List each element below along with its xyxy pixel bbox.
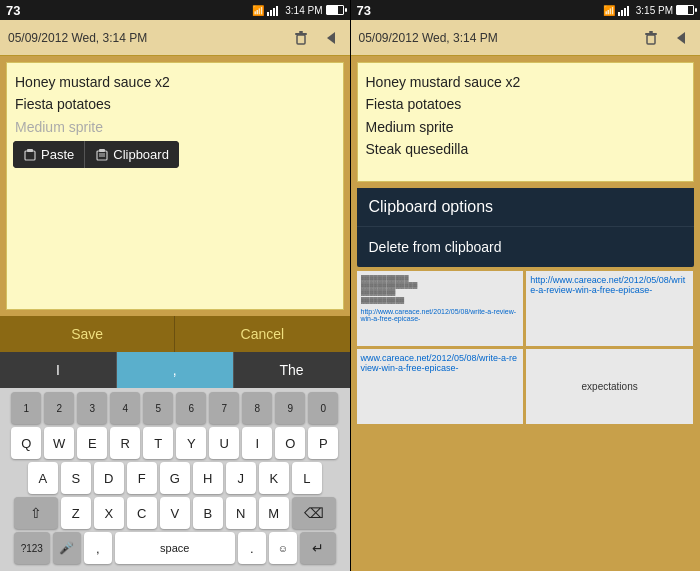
key-h[interactable]: H xyxy=(193,462,223,494)
right-back-icon[interactable] xyxy=(670,27,692,49)
key-s[interactable]: S xyxy=(61,462,91,494)
key-u[interactable]: U xyxy=(209,427,239,459)
key-a[interactable]: A xyxy=(28,462,58,494)
right-trash-icon[interactable] xyxy=(640,27,662,49)
backspace-key[interactable]: ⌫ xyxy=(292,497,336,529)
trash-icon[interactable] xyxy=(290,27,312,49)
emoji-key[interactable]: ☺ xyxy=(269,532,297,564)
clip-thumb-3[interactable]: www.careace.net/2012/05/08/write-a-revie… xyxy=(357,349,524,424)
key-o[interactable]: O xyxy=(275,427,305,459)
key-n[interactable]: N xyxy=(226,497,256,529)
clipboard-button[interactable]: Clipboard xyxy=(85,141,179,168)
key-2[interactable]: 2 xyxy=(44,392,74,424)
save-cancel-bar: Save Cancel xyxy=(0,316,350,352)
number-row: 1 2 3 4 5 6 7 8 9 0 xyxy=(2,392,348,424)
suggestion-bar: I , The xyxy=(0,352,350,388)
key-0[interactable]: 0 xyxy=(308,392,338,424)
right-battery-icon xyxy=(676,5,694,15)
signal-bars xyxy=(267,4,278,16)
key-e[interactable]: E xyxy=(77,427,107,459)
battery-icon xyxy=(326,5,344,15)
key-7[interactable]: 7 xyxy=(209,392,239,424)
key-f[interactable]: F xyxy=(127,462,157,494)
paste-label: Paste xyxy=(41,147,74,162)
key-m[interactable]: M xyxy=(259,497,289,529)
key-6[interactable]: 6 xyxy=(176,392,206,424)
key-8[interactable]: 8 xyxy=(242,392,272,424)
key-r[interactable]: R xyxy=(110,427,140,459)
svg-rect-4 xyxy=(25,151,35,160)
key-j[interactable]: J xyxy=(226,462,256,494)
left-header-icons xyxy=(290,27,342,49)
mic-key[interactable]: 🎤 xyxy=(53,532,81,564)
cancel-button[interactable]: Cancel xyxy=(175,316,349,352)
key-5[interactable]: 5 xyxy=(143,392,173,424)
save-button[interactable]: Save xyxy=(0,316,175,352)
comma-key[interactable]: , xyxy=(84,532,112,564)
paste-button[interactable]: Paste xyxy=(13,141,85,168)
key-9[interactable]: 9 xyxy=(275,392,305,424)
key-d[interactable]: D xyxy=(94,462,124,494)
shift-key[interactable]: ⇧ xyxy=(14,497,58,529)
key-g[interactable]: G xyxy=(160,462,190,494)
qwerty-row: Q W E R T Y U I O P xyxy=(2,427,348,459)
svg-marker-13 xyxy=(677,32,685,44)
clip-thumb-2[interactable]: http://www.careace.net/2012/05/08/write-… xyxy=(526,271,693,346)
key-1[interactable]: 1 xyxy=(11,392,41,424)
clip-thumb-1-text: ▓▓▓▓▓▓▓▓▓▓▓ ▓▓▓▓▓▓▓▓▓▓▓▓▓ ▓▓▓▓▓▓▓▓ ▓▓▓▓▓… xyxy=(361,275,520,304)
right-note-line-3: Medium sprite xyxy=(366,116,686,138)
period-key[interactable]: . xyxy=(238,532,266,564)
clipboard-thumbnails-grid: ▓▓▓▓▓▓▓▓▓▓▓ ▓▓▓▓▓▓▓▓▓▓▓▓▓ ▓▓▓▓▓▓▓▓ ▓▓▓▓▓… xyxy=(351,267,701,428)
left-header-date: 05/09/2012 Wed, 3:14 PM xyxy=(8,31,147,45)
back-icon[interactable] xyxy=(320,27,342,49)
clip-thumb-3-text: www.careace.net/2012/05/08/write-a-revie… xyxy=(361,353,520,373)
key-q[interactable]: Q xyxy=(11,427,41,459)
clipboard-options-panel: Clipboard options Delete from clipboard xyxy=(357,188,695,267)
right-time: 3:15 PM xyxy=(636,5,673,16)
svg-rect-5 xyxy=(27,149,33,152)
key-x[interactable]: X xyxy=(94,497,124,529)
key-v[interactable]: V xyxy=(160,497,190,529)
key-i[interactable]: I xyxy=(242,427,272,459)
right-note-line-4: Steak quesedilla xyxy=(366,138,686,160)
svg-marker-3 xyxy=(327,32,335,44)
space-key[interactable]: space xyxy=(115,532,235,564)
right-status-right: 📶 3:15 PM xyxy=(603,4,694,16)
key-z[interactable]: Z xyxy=(61,497,91,529)
suggest-the[interactable]: The xyxy=(234,352,350,388)
clip-thumb-1[interactable]: ▓▓▓▓▓▓▓▓▓▓▓ ▓▓▓▓▓▓▓▓▓▓▓▓▓ ▓▓▓▓▓▓▓▓ ▓▓▓▓▓… xyxy=(357,271,524,346)
key-4[interactable]: 4 xyxy=(110,392,140,424)
bottom-row: ?123 🎤 , space . ☺ ↵ xyxy=(2,532,348,564)
key-t[interactable]: T xyxy=(143,427,173,459)
suggest-i[interactable]: I xyxy=(0,352,117,388)
right-note-line-2: Fiesta potatoes xyxy=(366,93,686,115)
right-signal-bars xyxy=(618,4,629,16)
key-l[interactable]: L xyxy=(292,462,322,494)
clip-thumb-4[interactable]: expectations xyxy=(526,349,693,424)
left-status-bar: 73 📶 3:14 PM xyxy=(0,0,350,20)
delete-from-clipboard-button[interactable]: Delete from clipboard xyxy=(357,227,695,267)
right-header-icons xyxy=(640,27,692,49)
enter-key[interactable]: ↵ xyxy=(300,532,336,564)
key-w[interactable]: W xyxy=(44,427,74,459)
key-y[interactable]: Y xyxy=(176,427,206,459)
key-k[interactable]: K xyxy=(259,462,289,494)
left-note-area[interactable]: Honey mustard sauce x2 Fiesta potatoes M… xyxy=(6,62,344,310)
key-c[interactable]: C xyxy=(127,497,157,529)
paste-clipboard-popup: Paste Clipboard xyxy=(13,141,179,168)
key-b[interactable]: B xyxy=(193,497,223,529)
left-header-bar: 05/09/2012 Wed, 3:14 PM xyxy=(0,20,350,56)
right-header-date: 05/09/2012 Wed, 3:14 PM xyxy=(359,31,498,45)
numbers-key[interactable]: ?123 xyxy=(14,532,50,564)
key-3[interactable]: 3 xyxy=(77,392,107,424)
right-header-bar: 05/09/2012 Wed, 3:14 PM xyxy=(351,20,701,56)
suggest-comma[interactable]: , xyxy=(117,352,234,388)
right-panel: 73 📶 3:15 PM 05/09/2012 Wed, 3:14 PM xyxy=(351,0,701,571)
svg-rect-0 xyxy=(297,35,305,44)
key-p[interactable]: P xyxy=(308,427,338,459)
right-note-area[interactable]: Honey mustard sauce x2 Fiesta potatoes M… xyxy=(357,62,695,182)
svg-rect-1 xyxy=(295,33,307,35)
note-line-1: Honey mustard sauce x2 xyxy=(15,71,335,93)
asdf-row: A S D F G H J K L xyxy=(2,462,348,494)
note-line-3: Medium sprite xyxy=(15,116,335,138)
